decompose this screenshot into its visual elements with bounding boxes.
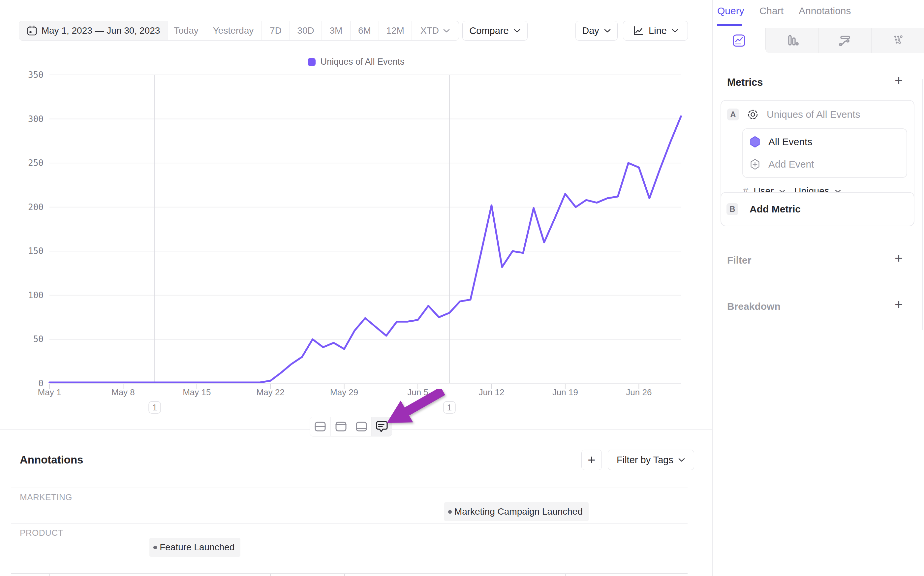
svg-text:May 29: May 29 [330, 387, 358, 397]
sidebar-tabs: Query Chart Annotations [717, 5, 851, 16]
svg-text:250: 250 [28, 158, 43, 168]
metric-a-events: All Events Add Event [742, 128, 907, 178]
layout-panel-bottom-button[interactable] [351, 417, 371, 436]
ruler-tick [123, 574, 123, 576]
metrics-header: Metrics [727, 77, 763, 88]
add-breakdown-button[interactable]: + [895, 298, 903, 311]
axis-annotation-badge[interactable]: 1 [149, 402, 161, 413]
chevron-down-icon [443, 29, 450, 33]
annotations-panel-title: Annotations [20, 454, 83, 466]
report-type-bar-button[interactable] [765, 28, 819, 53]
svg-text:1: 1 [152, 402, 157, 412]
annotation-chip-marketing[interactable]: Marketing Campaign Launched [444, 502, 589, 521]
compare-button[interactable]: Compare [462, 21, 528, 41]
ruler-tick [418, 574, 418, 576]
chevron-down-icon [514, 29, 521, 33]
add-filter-button[interactable]: + [895, 251, 903, 265]
annotation-group-marketing: MARKETING [20, 492, 72, 502]
ruler-tick [197, 574, 197, 576]
line-chart-icon [632, 25, 644, 37]
svg-text:Jun 12: Jun 12 [479, 387, 504, 397]
event-hexagon-icon [749, 136, 761, 148]
preset-6m[interactable]: 6M [351, 21, 379, 40]
dot-grid-icon [890, 33, 906, 48]
svg-text:200: 200 [28, 202, 43, 212]
add-metric-plus-button[interactable]: + [895, 74, 903, 88]
layout-split-horizontal-button[interactable] [310, 417, 330, 436]
metric-settings-icon[interactable] [746, 108, 760, 121]
annotations-divider [11, 488, 688, 488]
annotations-timeline-ruler [11, 573, 688, 574]
tab-query[interactable]: Query [717, 5, 744, 16]
ruler-tick [270, 574, 271, 576]
chevron-down-icon [672, 29, 679, 33]
ruler-tick [492, 574, 492, 576]
svg-text:May 1: May 1 [38, 387, 61, 397]
preset-yesterday[interactable]: Yesterday [205, 21, 262, 40]
preset-12m[interactable]: 12M [379, 21, 412, 40]
flow-icon [837, 33, 853, 48]
date-range-label: May 1, 2023 — Jun 30, 2023 [41, 26, 160, 36]
tab-annotations[interactable]: Annotations [799, 5, 851, 16]
svg-text:50: 50 [33, 334, 43, 344]
add-metric-card[interactable]: B Add Metric [721, 192, 914, 226]
active-tab-indicator [717, 24, 742, 26]
preset-7d[interactable]: 7D [262, 21, 290, 40]
add-annotation-button[interactable]: + [581, 450, 602, 470]
preset-xtd-dropdown[interactable]: XTD [412, 21, 459, 40]
ruler-tick [639, 574, 639, 576]
annotation-group-product: PRODUCT [20, 528, 63, 538]
svg-text:150: 150 [28, 246, 43, 256]
chevron-down-icon [604, 29, 611, 33]
insights-line-icon [731, 33, 747, 48]
report-type-retention-button[interactable] [871, 28, 924, 53]
event-all-events[interactable]: All Events [749, 136, 901, 148]
add-metric-label: Add Metric [750, 203, 801, 215]
date-range-control: May 1, 2023 — Jun 30, 2023 Today Yesterd… [19, 21, 459, 41]
svg-text:0: 0 [38, 378, 43, 388]
metric-b-badge: B [726, 203, 738, 215]
query-sidebar: Query Chart Annotations Metrics + [712, 0, 924, 576]
annotation-dot [448, 510, 452, 514]
svg-text:350: 350 [28, 70, 43, 80]
preset-3m[interactable]: 3M [322, 21, 351, 40]
add-event-button[interactable]: Add Event [749, 158, 901, 171]
chart-type-dropdown[interactable]: Line [623, 21, 688, 41]
line-chart: 050100150200250300350May 1May 8May 15May… [0, 50, 712, 419]
svg-text:May 15: May 15 [183, 387, 211, 397]
tab-chart[interactable]: Chart [760, 5, 784, 16]
svg-text:Jun 19: Jun 19 [552, 387, 578, 397]
svg-text:May 8: May 8 [112, 387, 135, 397]
report-type-insights-button[interactable] [713, 28, 765, 53]
metric-a-badge: A [727, 109, 739, 120]
calendar-icon [26, 25, 38, 36]
svg-text:100: 100 [28, 290, 43, 300]
report-type-flow-button[interactable] [819, 28, 871, 53]
bar-chart-icon [784, 33, 800, 48]
preset-today[interactable]: Today [168, 21, 205, 40]
filter-by-tags-dropdown[interactable]: Filter by Tags [608, 450, 694, 470]
annotations-divider [11, 523, 688, 523]
sidebar-scrollbar[interactable] [922, 79, 923, 330]
pointer-arrow [372, 389, 450, 428]
svg-text:May 22: May 22 [257, 387, 285, 397]
chevron-down-icon [678, 458, 685, 462]
add-event-hexagon-icon [749, 158, 761, 171]
filter-section-label: Filter [727, 255, 751, 266]
report-type-row [713, 28, 924, 53]
layout-panel-top-button[interactable] [330, 417, 351, 436]
date-range-button[interactable]: May 1, 2023 — Jun 30, 2023 [19, 21, 168, 40]
preset-30d[interactable]: 30D [290, 21, 322, 40]
svg-text:300: 300 [28, 114, 43, 124]
annotation-chip-product[interactable]: Feature Launched [149, 538, 240, 557]
annotation-dot [153, 546, 157, 549]
granularity-dropdown[interactable]: Day [575, 21, 618, 41]
svg-text:Jun 26: Jun 26 [626, 387, 652, 397]
metric-a-name[interactable]: Uniques of All Events [767, 109, 860, 120]
main-area: May 1, 2023 — Jun 30, 2023 Today Yesterd… [0, 0, 712, 576]
breakdown-section-label: Breakdown [727, 301, 780, 312]
ruler-tick [344, 574, 345, 576]
ruler-tick [49, 574, 50, 576]
metric-a-card: A Uniques of All Events All Events Add E… [721, 100, 914, 205]
